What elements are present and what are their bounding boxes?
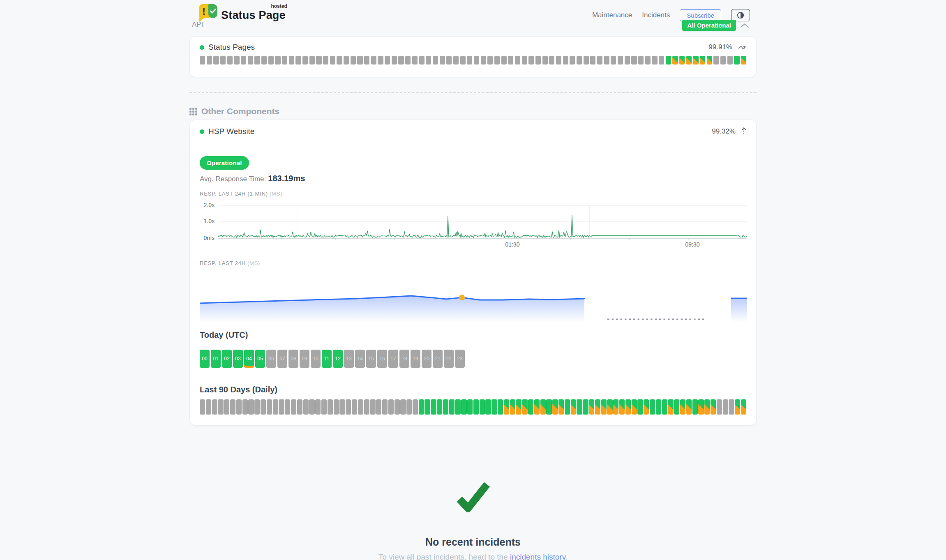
uptime-bar[interactable]: [212, 399, 217, 415]
hour-box[interactable]: 05: [255, 350, 265, 368]
uptime-bar[interactable]: [295, 56, 301, 65]
uptime-bar[interactable]: [392, 56, 397, 65]
uptime-bar[interactable]: [330, 56, 335, 65]
uptime-bar[interactable]: [364, 399, 369, 415]
uptime-bar[interactable]: [242, 399, 248, 415]
uptime-bar[interactable]: [364, 56, 369, 65]
hour-box[interactable]: 23: [455, 350, 465, 368]
uptime-bar[interactable]: [679, 56, 685, 65]
uptime-bar[interactable]: [552, 399, 558, 415]
uptime-bar[interactable]: [474, 56, 479, 65]
uptime-bar[interactable]: [674, 399, 679, 415]
uptime-bar[interactable]: [741, 399, 746, 415]
uptime-bar[interactable]: [515, 56, 520, 65]
uptime-bar[interactable]: [625, 56, 630, 65]
uptime-bar[interactable]: [297, 399, 302, 415]
uptime-bar[interactable]: [692, 399, 698, 415]
uptime-bar[interactable]: [549, 56, 554, 65]
uptime-bar[interactable]: [666, 56, 671, 65]
uptime-bar[interactable]: [400, 399, 406, 415]
uptime-bar[interactable]: [254, 399, 260, 415]
uptime-bar[interactable]: [236, 399, 242, 415]
uptime-bar[interactable]: [334, 399, 339, 415]
uptime-bar[interactable]: [607, 399, 612, 415]
uptime-bar[interactable]: [508, 56, 513, 65]
uptime-bar[interactable]: [686, 56, 692, 65]
uptime-bar[interactable]: [577, 56, 582, 65]
uptime-bar[interactable]: [200, 56, 205, 65]
uptime-bar[interactable]: [398, 56, 404, 65]
uptime-bar[interactable]: [449, 399, 455, 415]
uptime-bar[interactable]: [713, 56, 719, 65]
uptime-bar[interactable]: [378, 56, 383, 65]
uptime-bar[interactable]: [727, 56, 733, 65]
nav-incidents[interactable]: Incidents: [642, 11, 670, 19]
uptime-bar[interactable]: [302, 56, 308, 65]
uptime-bar[interactable]: [425, 399, 430, 415]
uptime-bar[interactable]: [723, 399, 728, 415]
hour-box[interactable]: 14: [355, 350, 365, 368]
uptime-bar[interactable]: [419, 56, 425, 65]
uptime-bar[interactable]: [352, 399, 357, 415]
uptime-bar[interactable]: [273, 399, 278, 415]
uptime-bar[interactable]: [611, 56, 616, 65]
uptime-bar[interactable]: [645, 56, 651, 65]
uptime-bar[interactable]: [491, 399, 497, 415]
uptime-bar[interactable]: [220, 56, 226, 65]
uptime-bar[interactable]: [501, 56, 507, 65]
uptime-bar[interactable]: [577, 399, 582, 415]
uptime-bar[interactable]: [267, 399, 272, 415]
hour-box[interactable]: 06: [266, 350, 276, 368]
uptime-bar[interactable]: [323, 56, 328, 65]
uptime-bar[interactable]: [440, 56, 445, 65]
uptime-bar[interactable]: [316, 56, 321, 65]
uptime-bar[interactable]: [540, 399, 546, 415]
uptime-bar[interactable]: [659, 56, 664, 65]
uptime-bar[interactable]: [224, 399, 229, 415]
uptime-bar[interactable]: [433, 56, 438, 65]
uptime-bar[interactable]: [207, 56, 212, 65]
uptime-bar[interactable]: [309, 399, 314, 415]
uptime-bar[interactable]: [261, 399, 266, 415]
hour-box[interactable]: 12: [333, 350, 343, 368]
uptime-bar[interactable]: [516, 399, 521, 415]
uptime-bar[interactable]: [693, 56, 698, 65]
uptime-bar[interactable]: [443, 399, 448, 415]
uptime-bar[interactable]: [413, 399, 418, 415]
uptime-bar[interactable]: [453, 56, 459, 65]
uptime-bar[interactable]: [289, 56, 294, 65]
uptime-bar[interactable]: [406, 399, 412, 415]
uptime-bar[interactable]: [589, 399, 594, 415]
uptime-bar[interactable]: [339, 399, 345, 415]
uptime-bar[interactable]: [698, 399, 704, 415]
uptime-bar[interactable]: [460, 56, 466, 65]
uptime-bar[interactable]: [279, 399, 284, 415]
uptime-bar[interactable]: [632, 399, 637, 415]
uptime-bar[interactable]: [741, 56, 746, 65]
uptime-bar[interactable]: [720, 56, 726, 65]
uptime-bar[interactable]: [583, 399, 588, 415]
uptime-bar[interactable]: [480, 399, 485, 415]
uptime-bar[interactable]: [282, 56, 287, 65]
uptime-bar[interactable]: [467, 56, 472, 65]
uptime-bar[interactable]: [656, 399, 661, 415]
uptime-bar[interactable]: [321, 399, 327, 415]
uptime-bar[interactable]: [370, 399, 375, 415]
uptime-bar[interactable]: [601, 399, 607, 415]
uptime-bar[interactable]: [405, 56, 411, 65]
uptime-bar[interactable]: [426, 56, 431, 65]
hour-box[interactable]: 19: [411, 350, 420, 368]
uptime-bar[interactable]: [535, 56, 541, 65]
hour-box[interactable]: 04: [244, 350, 254, 368]
uptime-bar[interactable]: [707, 56, 712, 65]
uptime-bar[interactable]: [534, 399, 540, 415]
uptime-bar[interactable]: [328, 399, 333, 415]
hour-box[interactable]: 21: [433, 350, 443, 368]
hour-box[interactable]: 02: [222, 350, 232, 368]
uptime-bar[interactable]: [467, 399, 473, 415]
uptime-bar[interactable]: [351, 56, 356, 65]
uptime-bar[interactable]: [200, 399, 205, 415]
uptime-bar[interactable]: [652, 56, 657, 65]
uptime-bar[interactable]: [613, 399, 618, 415]
uptime-bar[interactable]: [357, 56, 362, 65]
